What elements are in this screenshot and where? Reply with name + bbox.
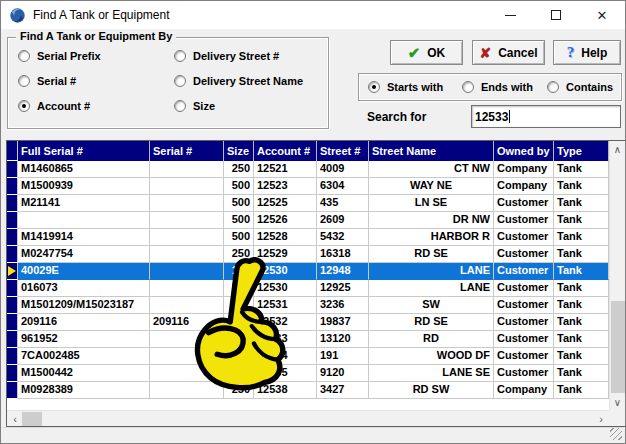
cancel-button[interactable]: ✘ Cancel bbox=[472, 40, 545, 65]
cell-full_serial: 209116 bbox=[18, 314, 150, 331]
radio-label: Serial Prefix bbox=[37, 50, 101, 62]
cell-account: 12533 bbox=[254, 331, 317, 348]
radio-ends-with[interactable]: Ends with bbox=[462, 81, 533, 93]
search-input-value: 12533 bbox=[475, 110, 508, 124]
table-row[interactable]: 2091162091161253219837RD SECustomerTank bbox=[7, 314, 625, 331]
horizontal-scrollbar[interactable]: ‹ › bbox=[7, 410, 609, 426]
table-row[interactable]: M1500939500125236304WAY NECompanyTank bbox=[7, 178, 625, 195]
row-indicator bbox=[7, 246, 18, 263]
scroll-up-icon[interactable]: ∧ bbox=[610, 141, 625, 157]
row-indicator bbox=[7, 297, 18, 314]
vertical-scrollbar-thumb[interactable] bbox=[611, 301, 625, 393]
column-header: Full Serial # bbox=[18, 141, 150, 161]
row-indicator bbox=[7, 263, 18, 280]
table-row[interactable]: 0160733251253012925LANECustomerTank bbox=[7, 280, 625, 297]
cell-account: 12531 bbox=[254, 297, 317, 314]
radio-account-number[interactable]: Account # bbox=[18, 100, 90, 112]
cell-owned_by: Company bbox=[494, 178, 554, 195]
results-grid: Full Serial #Serial #SizeAccount #Street… bbox=[6, 140, 626, 427]
radio-label: Contains bbox=[566, 81, 613, 93]
table-row[interactable]: 500125262609DR NWCustomerTank bbox=[7, 212, 625, 229]
radio-label: Ends with bbox=[481, 81, 533, 93]
minimize-button[interactable] bbox=[487, 1, 533, 29]
cell-size: 120 bbox=[224, 263, 254, 280]
find-by-groupbox: Find A Tank or Equipment By Serial Prefi… bbox=[7, 37, 329, 129]
text-caret bbox=[509, 110, 510, 123]
radio-delivery-street-name[interactable]: Delivery Street Name bbox=[174, 75, 303, 87]
cell-street_name: RD SE bbox=[369, 314, 494, 331]
vertical-scrollbar[interactable]: ∧ ∨ bbox=[609, 141, 625, 410]
row-indicator bbox=[7, 195, 18, 212]
resize-grip-icon[interactable] bbox=[610, 428, 622, 440]
cell-owned_by: Customer bbox=[494, 263, 554, 280]
row-indicator bbox=[7, 178, 18, 195]
table-row[interactable]: 9619521253313120RDCustomerTank bbox=[7, 331, 625, 348]
cell-street_no: 6304 bbox=[317, 178, 369, 195]
table-row[interactable]: M1460865250125214009CT NWCompanyTank bbox=[7, 161, 625, 178]
table-row[interactable]: M1501209/M15023187125313236SWCustomerTan… bbox=[7, 297, 625, 314]
table-row[interactable]: M02477542501252916318RD SECustomerTank bbox=[7, 246, 625, 263]
horizontal-scrollbar-thumb[interactable] bbox=[22, 412, 42, 426]
scroll-down-icon[interactable]: ∨ bbox=[610, 394, 625, 410]
find-tank-dialog: Find A Tank or Equipment ✕ Find A Tank o… bbox=[0, 0, 626, 444]
cell-account: 12529 bbox=[254, 246, 317, 263]
radio-size[interactable]: Size bbox=[174, 100, 215, 112]
table-row[interactable]: 7CA00248512534191WOOD DFCustomerTank bbox=[7, 348, 625, 365]
cell-account: 12521 bbox=[254, 161, 317, 178]
cell-full_serial: M1419914 bbox=[18, 229, 150, 246]
table-row[interactable]: M2114150012525435LN SECustomerTank bbox=[7, 195, 625, 212]
help-button[interactable]: ? Help bbox=[553, 40, 621, 65]
radio-serial-prefix[interactable]: Serial Prefix bbox=[18, 50, 101, 62]
cell-owned_by: Company bbox=[494, 382, 554, 399]
table-row[interactable]: 40029E1201253012948LANECustomerTank bbox=[7, 263, 625, 280]
cell-full_serial: M21141 bbox=[18, 195, 150, 212]
cell-full_serial: 40029E bbox=[18, 263, 150, 280]
cell-serial bbox=[150, 178, 224, 195]
cell-street_no: 5432 bbox=[317, 229, 369, 246]
title-bar: Find A Tank or Equipment ✕ bbox=[1, 1, 625, 29]
cell-type: Tank bbox=[554, 348, 609, 365]
cell-size: 250 bbox=[224, 161, 254, 178]
cell-type: Tank bbox=[554, 382, 609, 399]
cell-owned_by: Customer bbox=[494, 229, 554, 246]
column-header: Owned by bbox=[494, 141, 554, 161]
match-mode-groupbox: Starts with Ends with Contains bbox=[358, 73, 622, 101]
radio-icon bbox=[174, 50, 186, 62]
cell-full_serial: M0247754 bbox=[18, 246, 150, 263]
close-button[interactable]: ✕ bbox=[579, 1, 625, 29]
row-indicator bbox=[7, 280, 18, 297]
cell-type: Tank bbox=[554, 280, 609, 297]
column-header: Street # bbox=[317, 141, 369, 161]
scroll-right-icon[interactable]: › bbox=[593, 411, 609, 427]
radio-starts-with[interactable]: Starts with bbox=[368, 81, 443, 93]
cell-street_no: 12925 bbox=[317, 280, 369, 297]
radio-label: Serial # bbox=[37, 75, 76, 87]
cell-owned_by: Company bbox=[494, 161, 554, 178]
cell-owned_by: Customer bbox=[494, 280, 554, 297]
search-input[interactable]: 12533 bbox=[471, 105, 621, 128]
ok-button[interactable]: ✔ OK bbox=[390, 40, 463, 65]
table-row[interactable]: M0928389250125383427RD SWCompanyTank bbox=[7, 382, 625, 399]
radio-contains[interactable]: Contains bbox=[547, 81, 613, 93]
row-indicator bbox=[7, 229, 18, 246]
maximize-button[interactable] bbox=[533, 1, 579, 29]
cell-size: 500 bbox=[224, 229, 254, 246]
cell-type: Tank bbox=[554, 314, 609, 331]
cell-account: 12530 bbox=[254, 280, 317, 297]
cell-size: 250 bbox=[224, 246, 254, 263]
radio-delivery-street-number[interactable]: Delivery Street # bbox=[174, 50, 279, 62]
cell-type: Tank bbox=[554, 263, 609, 280]
status-strip bbox=[2, 427, 624, 442]
cell-street_no: 16318 bbox=[317, 246, 369, 263]
cell-full_serial: M1501209/M15023187 bbox=[18, 297, 150, 314]
table-row[interactable]: M1419914500125285432HARBOR RCustomerTank bbox=[7, 229, 625, 246]
cell-serial bbox=[150, 212, 224, 229]
cell-account: 12528 bbox=[254, 229, 317, 246]
cell-account: 12535 bbox=[254, 365, 317, 382]
scroll-left-icon[interactable]: ‹ bbox=[7, 411, 23, 427]
radio-label: Starts with bbox=[387, 81, 443, 93]
radio-serial-number[interactable]: Serial # bbox=[18, 75, 76, 87]
cell-serial bbox=[150, 229, 224, 246]
table-row[interactable]: M1500442250125359120LANE SECustomerTank bbox=[7, 365, 625, 382]
cell-street_name: LANE bbox=[369, 263, 494, 280]
